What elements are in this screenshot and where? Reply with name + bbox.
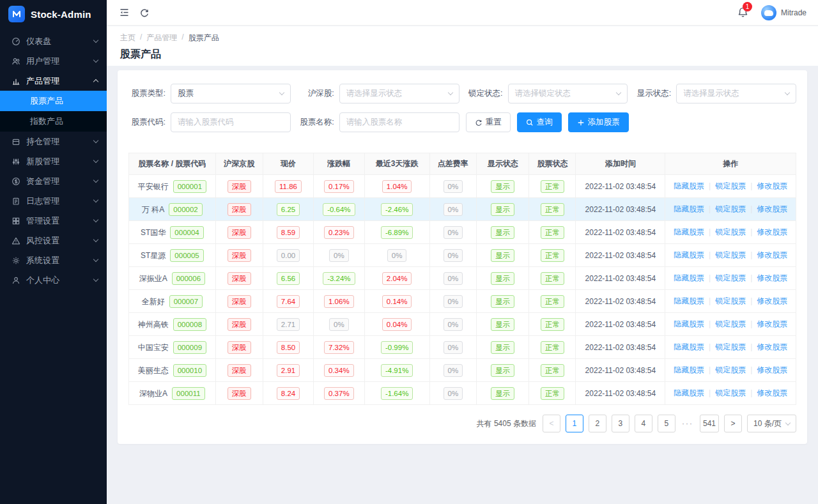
edit-stock-link[interactable]: 修改股票 xyxy=(757,273,787,282)
edit-stock-link[interactable]: 修改股票 xyxy=(757,296,787,305)
edit-stock-link[interactable]: 修改股票 xyxy=(757,181,787,190)
edit-stock-link[interactable]: 修改股票 xyxy=(757,342,787,351)
spread-badge: 0% xyxy=(444,203,463,216)
stock-status-cell: 正常 xyxy=(529,244,576,267)
page-size-select[interactable]: 10 条/页 xyxy=(747,415,796,432)
refresh-icon[interactable] xyxy=(139,7,150,19)
table-row[interactable]: 深振业A000006深股6.56-3.24%2.04%0%显示正常2022-11… xyxy=(129,267,796,290)
lock-stock-link[interactable]: 锁定股票 xyxy=(715,273,746,282)
hs-stock-select[interactable]: 请选择显示状态 xyxy=(339,84,459,103)
market-cell: 深股 xyxy=(215,244,263,267)
price-badge: 11.86 xyxy=(275,180,302,193)
hide-stock-link[interactable]: 隐藏股票 xyxy=(674,388,704,397)
lock-stock-link[interactable]: 锁定股票 xyxy=(715,365,746,374)
stock-type-select[interactable]: 股票 xyxy=(171,84,291,103)
table-row[interactable]: 万 科A000002深股6.25-0.64%-2.46%0%显示正常2022-1… xyxy=(129,198,796,221)
new-stock-icon xyxy=(11,157,20,166)
table-row[interactable]: ST国华000004深股8.590.23%-6.89%0%显示正常2022-11… xyxy=(129,221,796,244)
hide-stock-link[interactable]: 隐藏股票 xyxy=(674,250,704,259)
hide-stock-link[interactable]: 隐藏股票 xyxy=(674,273,704,282)
lock-stock-link[interactable]: 锁定股票 xyxy=(715,204,746,213)
edit-stock-link[interactable]: 修改股票 xyxy=(757,319,787,328)
page-button-last[interactable]: 541 xyxy=(700,415,719,432)
sidebar-item-dashboard[interactable]: 仪表盘 xyxy=(0,31,107,51)
sidebar-item-index-products[interactable]: 指数产品 xyxy=(0,111,107,132)
table-row[interactable]: 全新好000007深股7.641.06%0.14%0%显示正常2022-11-0… xyxy=(129,290,796,313)
lock-stock-link[interactable]: 锁定股票 xyxy=(715,296,746,305)
lock-stock-link[interactable]: 锁定股票 xyxy=(715,227,746,236)
hide-stock-link[interactable]: 隐藏股票 xyxy=(674,296,704,305)
market-badge: 深股 xyxy=(228,272,251,285)
stock-products-card: 股票类型: 股票 沪深股: 请选择显示状态 锁定状态: 请选择锁定状态 xyxy=(118,70,807,444)
sidebar-item-funds[interactable]: 资金管理 xyxy=(0,171,107,191)
display-status-cell: 显示 xyxy=(476,382,529,405)
placeholder-text: 请选择锁定状态 xyxy=(515,88,571,99)
sidebar-item-positions[interactable]: 持仓管理 xyxy=(0,132,107,151)
sidebar-item-products[interactable]: 产品管理 xyxy=(0,71,107,91)
stock-code-input[interactable]: 请输入股票代码 xyxy=(171,112,291,132)
edit-stock-link[interactable]: 修改股票 xyxy=(757,365,787,374)
sidebar-collapse-icon[interactable] xyxy=(118,7,130,19)
table-row[interactable]: 平安银行000001深股11.860.17%1.04%0%显示正常2022-11… xyxy=(129,175,796,198)
hide-stock-link[interactable]: 隐藏股票 xyxy=(674,181,704,190)
stock-name-input[interactable]: 请输入股票名称 xyxy=(339,112,459,132)
reset-button[interactable]: 重置 xyxy=(466,112,511,132)
add-stock-button[interactable]: 添加股票 xyxy=(568,112,629,132)
breadcrumb-home[interactable]: 主页 xyxy=(120,33,135,43)
display-status-select[interactable]: 请选择显示状态 xyxy=(676,84,796,103)
reset-icon xyxy=(475,119,482,126)
lock-stock-link[interactable]: 锁定股票 xyxy=(715,342,746,351)
sidebar-item-label: 用户管理 xyxy=(26,56,59,67)
hide-stock-link[interactable]: 隐藏股票 xyxy=(674,204,704,213)
hide-stock-link[interactable]: 隐藏股票 xyxy=(674,342,704,351)
page-button-5[interactable]: 5 xyxy=(658,415,675,432)
hide-stock-link[interactable]: 隐藏股票 xyxy=(674,227,704,236)
sidebar-item-users[interactable]: 用户管理 xyxy=(0,51,107,71)
breadcrumb-products[interactable]: 产品管理 xyxy=(146,33,177,43)
lock-stock-link[interactable]: 锁定股票 xyxy=(715,319,746,328)
sidebar-item-system-settings[interactable]: 系统设置 xyxy=(0,250,107,270)
avatar[interactable] xyxy=(761,5,776,20)
sidebar-item-stock-products[interactable]: 股票产品 xyxy=(0,91,107,111)
chevron-up-icon xyxy=(93,79,98,84)
page-button-3[interactable]: 3 xyxy=(612,415,629,432)
filter-stock-name: 股票名称: 请输入股票名称 xyxy=(297,112,459,132)
edit-stock-link[interactable]: 修改股票 xyxy=(757,204,787,213)
next-page-button[interactable]: > xyxy=(724,415,742,432)
table-row[interactable]: 美丽生态000010深股2.910.34%-4.91%0%显示正常2022-11… xyxy=(129,359,796,382)
sidebar-item-profile[interactable]: 个人中心 xyxy=(0,270,107,290)
sidebar-item-admin-settings[interactable]: 管理设置 xyxy=(0,211,107,231)
table-row[interactable]: 深物业A000011深股8.240.37%-1.64%0%显示正常2022-11… xyxy=(129,382,796,405)
lock-stock-link[interactable]: 锁定股票 xyxy=(715,388,746,397)
price-badge: 2.91 xyxy=(277,364,300,377)
hide-stock-link[interactable]: 隐藏股票 xyxy=(674,365,704,374)
sidebar-item-risk-settings[interactable]: 风控设置 xyxy=(0,231,107,250)
table-row[interactable]: 神州高铁000008深股2.710%0.04%0%显示正常2022-11-02 … xyxy=(129,313,796,336)
stock-status-badge: 正常 xyxy=(541,203,564,216)
query-button[interactable]: 查询 xyxy=(517,112,562,132)
table-row[interactable]: ST星源000005深股0.000%0%0%显示正常2022-11-02 03:… xyxy=(129,244,796,267)
filter-label: 锁定状态: xyxy=(466,88,508,99)
change-cell: 0% xyxy=(314,244,364,267)
change3d-badge: -0.99% xyxy=(381,341,413,354)
sidebar-item-new-stock[interactable]: 新股管理 xyxy=(0,151,107,171)
stock-status-cell: 正常 xyxy=(529,198,576,221)
edit-stock-link[interactable]: 修改股票 xyxy=(757,250,787,259)
notification-bell-icon[interactable]: 1 xyxy=(737,6,750,19)
page-button-4[interactable]: 4 xyxy=(635,415,652,432)
edit-stock-link[interactable]: 修改股票 xyxy=(757,388,787,397)
lock-status-select[interactable]: 请选择锁定状态 xyxy=(508,84,628,103)
lock-stock-link[interactable]: 锁定股票 xyxy=(715,250,746,259)
spread-badge: 0% xyxy=(444,226,463,239)
page-button-1[interactable]: 1 xyxy=(566,415,583,432)
page-button-2[interactable]: 2 xyxy=(589,415,606,432)
hide-stock-link[interactable]: 隐藏股票 xyxy=(674,319,704,328)
edit-stock-link[interactable]: 修改股票 xyxy=(757,227,787,236)
stock-name-cell: 美丽生态000010 xyxy=(129,359,216,382)
display-status-badge: 显示 xyxy=(491,180,514,193)
display-status-cell: 显示 xyxy=(476,359,529,382)
app-logo[interactable]: Stock-Admin xyxy=(0,0,107,28)
table-row[interactable]: 中国宝安000009深股8.507.32%-0.99%0%显示正常2022-11… xyxy=(129,336,796,359)
lock-stock-link[interactable]: 锁定股票 xyxy=(715,181,746,190)
sidebar-item-logs[interactable]: 日志管理 xyxy=(0,191,107,211)
